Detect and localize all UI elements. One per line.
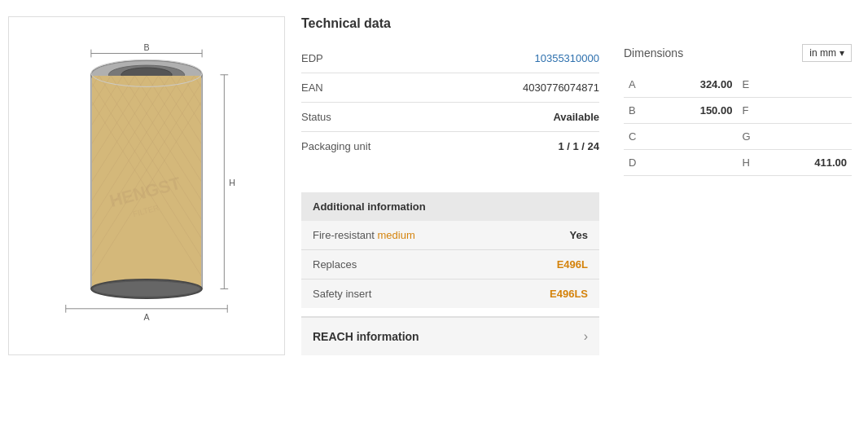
- status-label: Status: [301, 111, 331, 123]
- technical-data-panel: Technical data EDP 10355310000 EAN 40307…: [301, 16, 852, 355]
- dim-letter-c: C: [624, 124, 651, 150]
- svg-text:A: A: [143, 312, 150, 322]
- dim-value-b: 150.00: [651, 98, 738, 124]
- dim-letter-h: H: [737, 150, 765, 176]
- filter-diagram-svg: B H A: [41, 39, 252, 332]
- dim-letter-e: E: [737, 72, 765, 98]
- tech-row-ean: EAN 4030776074871: [301, 73, 599, 103]
- top-section: EDP 10355310000 EAN 4030776074871 Status…: [301, 44, 852, 176]
- dim-value-e: [765, 72, 852, 98]
- fire-label: Fire-resistant medium: [313, 229, 570, 241]
- tech-fields: EDP 10355310000 EAN 4030776074871 Status…: [301, 44, 599, 176]
- reach-section: REACH information ›: [301, 316, 599, 355]
- unit-value: in mm: [809, 47, 836, 59]
- reach-label: REACH information: [313, 330, 419, 343]
- info-row-replaces: Replaces E496L: [301, 250, 599, 280]
- dim-value-c: [651, 124, 738, 150]
- info-row-safety: Safety insert E496LS: [301, 280, 599, 308]
- packaging-value: 1 / 1 / 24: [558, 140, 599, 152]
- bottom-data-section: Additional information Fire-resistant me…: [301, 192, 852, 355]
- unit-chevron-icon: ▾: [840, 47, 844, 59]
- replaces-label: Replaces: [313, 258, 557, 271]
- tech-row-status: Status Available: [301, 103, 599, 132]
- dim-letter-b: B: [624, 98, 651, 124]
- fire-label-medium: medium: [377, 229, 414, 241]
- safety-value[interactable]: E496LS: [550, 288, 588, 300]
- unit-select[interactable]: in mm ▾: [802, 44, 852, 62]
- dim-value-g: [765, 124, 852, 150]
- replaces-value[interactable]: E496L: [557, 258, 588, 271]
- reach-row[interactable]: REACH information ›: [301, 316, 599, 355]
- left-data: Additional information Fire-resistant me…: [301, 192, 599, 355]
- dimensions-header: Dimensions in mm ▾: [624, 44, 852, 62]
- svg-line-30: [194, 76, 252, 290]
- chevron-right-icon: ›: [584, 329, 588, 344]
- dim-value-a: 324.00: [651, 72, 738, 98]
- dimensions-section: Dimensions in mm ▾ A 324.00 E: [624, 44, 852, 176]
- edp-label: EDP: [301, 52, 323, 64]
- fire-value: Yes: [570, 229, 588, 241]
- additional-info-header: Additional information: [301, 192, 599, 221]
- safety-label: Safety insert: [313, 288, 550, 300]
- product-image-container: B H A: [8, 16, 285, 355]
- svg-line-41: [41, 76, 99, 290]
- dim-row-4: D H 411.00: [624, 150, 852, 176]
- additional-info-panel: Additional information Fire-resistant me…: [301, 192, 599, 308]
- status-value: Available: [553, 111, 599, 123]
- main-container: B H A: [0, 0, 868, 372]
- dim-value-h: 411.00: [765, 150, 852, 176]
- dim-value-d: [651, 150, 738, 176]
- section-title: Technical data: [301, 16, 852, 31]
- ean-label: EAN: [301, 81, 323, 94]
- dim-row-1: A 324.00 E: [624, 72, 852, 98]
- product-diagram: B H A: [41, 39, 252, 332]
- dimensions-label: Dimensions: [624, 46, 683, 59]
- dim-letter-f: F: [737, 98, 765, 124]
- dim-value-f: [765, 98, 852, 124]
- packaging-label: Packaging unit: [301, 140, 370, 152]
- dim-letter-a: A: [624, 72, 651, 98]
- dim-letter-d: D: [624, 150, 651, 176]
- svg-text:H: H: [229, 178, 235, 187]
- info-row-fire: Fire-resistant medium Yes: [301, 221, 599, 250]
- dimensions-table: A 324.00 E B 150.00 F C: [624, 72, 852, 176]
- tech-row-packaging: Packaging unit 1 / 1 / 24: [301, 132, 599, 161]
- dim-row-3: C G: [624, 124, 852, 150]
- edp-value: 10355310000: [534, 52, 599, 64]
- ean-value: 4030776074871: [523, 81, 599, 94]
- svg-text:B: B: [143, 42, 149, 52]
- tech-row-edp: EDP 10355310000: [301, 44, 599, 73]
- svg-point-45: [93, 281, 200, 297]
- dim-letter-g: G: [737, 124, 765, 150]
- dim-row-2: B 150.00 F: [624, 98, 852, 124]
